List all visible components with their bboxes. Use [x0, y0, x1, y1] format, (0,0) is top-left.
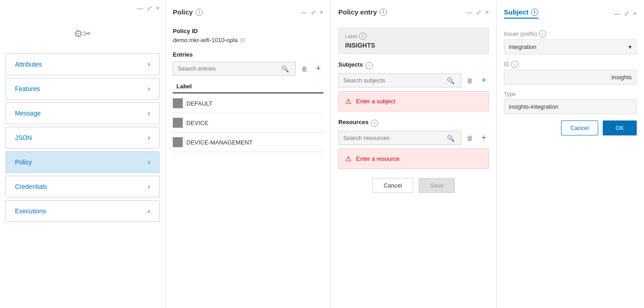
- expand-icon[interactable]: ⤢: [311, 9, 316, 16]
- id-prefix: [509, 74, 610, 81]
- sidebar-item-label: Policy: [15, 159, 32, 166]
- panel-2-body: Policy ID demo:mkr-wifi-1010-opla ⧉ Entr…: [166, 20, 331, 308]
- id-value-box: :insights: [504, 70, 637, 85]
- table-row[interactable]: DEVICE-MANAGEMENT: [173, 133, 323, 152]
- id-suffix: :insights: [610, 74, 632, 81]
- close-icon[interactable]: ×: [156, 5, 160, 12]
- panel-4-body: Issuer (prefix) i integration ▾ ID i :in…: [497, 23, 644, 308]
- search-subjects-input[interactable]: [342, 74, 443, 87]
- minimize-icon[interactable]: —: [466, 9, 473, 16]
- expand-icon[interactable]: ⤢: [624, 10, 629, 17]
- table-row[interactable]: DEFAULT: [173, 94, 323, 113]
- panel-2-title: Policy i: [173, 8, 203, 16]
- panel-3-controls: — ⤢ ×: [466, 9, 489, 16]
- type-label: Type: [504, 91, 637, 97]
- issuer-value[interactable]: integration ▾: [504, 39, 637, 54]
- policy-info-icon[interactable]: i: [195, 9, 203, 16]
- panel-nav: — ⤢ × ⚙✂ Attributes › Features › Message…: [0, 0, 166, 308]
- arrow-right-icon: ›: [148, 183, 150, 191]
- subjects-error-box: ⚠ Enter a subject: [338, 91, 489, 111]
- delete-subject-button[interactable]: 🗑: [463, 74, 477, 87]
- entry-color-box: [173, 118, 183, 128]
- arrow-right-icon: ›: [148, 60, 150, 68]
- tools-icon: ⚙✂: [0, 28, 165, 40]
- minimize-icon[interactable]: —: [614, 10, 620, 17]
- label-info-icon[interactable]: i: [359, 33, 366, 40]
- panel-policy: Policy i — ⤢ × Policy ID demo:mkr-wifi-1…: [166, 0, 331, 308]
- subject-action-row: Cancel OK: [504, 120, 637, 135]
- delete-resource-button[interactable]: 🗑: [463, 132, 477, 144]
- id-field: ID i :insights: [504, 61, 637, 85]
- copy-icon[interactable]: ⧉: [240, 36, 245, 44]
- minimize-icon[interactable]: —: [137, 5, 143, 12]
- subjects-info-icon[interactable]: i: [366, 62, 373, 69]
- panel-policy-entry: Policy entry i — ⤢ × Label i INSIGHTS Su…: [331, 0, 497, 308]
- panel-2-header: Policy i — ⤢ ×: [166, 0, 331, 20]
- issuer-label: Issuer (prefix) i: [504, 30, 637, 38]
- entry-color-box: [173, 98, 183, 108]
- search-resources-input[interactable]: [342, 131, 443, 144]
- add-resource-button[interactable]: +: [478, 132, 489, 144]
- subject-info-icon[interactable]: i: [531, 9, 538, 16]
- arrow-right-icon: ›: [148, 207, 150, 215]
- subject-cancel-button[interactable]: Cancel: [561, 120, 598, 135]
- policy-id-label: Policy ID: [173, 28, 323, 34]
- delete-entry-button[interactable]: 🗑: [298, 63, 311, 75]
- minimize-icon[interactable]: —: [301, 9, 307, 16]
- subjects-header: Subjects i: [338, 61, 489, 70]
- id-info-icon[interactable]: i: [511, 61, 518, 68]
- add-entry-button[interactable]: +: [313, 63, 323, 74]
- issuer-info-icon[interactable]: i: [539, 30, 546, 38]
- expand-icon[interactable]: ⤢: [476, 9, 482, 16]
- entry-label: DEVICE-MANAGEMENT: [186, 139, 253, 146]
- policy-id-text: demo:mkr-wifi-1010-opla: [173, 37, 238, 43]
- sidebar-item-label: Features: [15, 85, 40, 92]
- search-entries-bar: 🔍: [173, 62, 296, 76]
- entry-label: DEVICE: [186, 120, 208, 126]
- sidebar-item-features[interactable]: Features ›: [5, 78, 160, 100]
- resources-error-box: ⚠ Enter a resource: [338, 149, 489, 169]
- resources-section: Resources i 🔍 🗑 + ⚠ Enter a resource: [338, 119, 489, 169]
- search-entries-input[interactable]: [176, 62, 278, 75]
- resources-info-icon[interactable]: i: [371, 120, 378, 127]
- close-icon[interactable]: ×: [633, 10, 637, 17]
- panel-subject: Subject i — ⤢ × Issuer (prefix) i integr…: [497, 0, 644, 308]
- resources-error-text: Enter a resource: [356, 155, 400, 162]
- panel-3-header: Policy entry i — ⤢ ×: [331, 0, 496, 20]
- search-resources-bar: 🔍: [338, 131, 461, 145]
- sidebar-item-credentials[interactable]: Credentials ›: [5, 176, 160, 197]
- search-subjects-icon[interactable]: 🔍: [443, 74, 458, 87]
- entries-col-label: Label: [173, 80, 323, 93]
- sidebar-item-label: Credentials: [15, 183, 47, 190]
- entry-label-value: INSIGHTS: [345, 42, 482, 49]
- sidebar-item-attributes[interactable]: Attributes ›: [5, 53, 160, 75]
- entry-cancel-button[interactable]: Cancel: [372, 178, 413, 193]
- close-icon[interactable]: ×: [320, 9, 323, 16]
- entries-label: Entries: [173, 51, 323, 58]
- policy-entry-title-text: Policy entry: [338, 8, 377, 16]
- chevron-down-icon: ▾: [629, 43, 632, 50]
- panel-1-controls: — ⤢ ×: [137, 5, 160, 12]
- panel-3-body: Label i INSIGHTS Subjects i 🔍 🗑 + ⚠ Ente…: [331, 20, 496, 308]
- sidebar-item-policy[interactable]: Policy ›: [5, 151, 160, 173]
- entry-save-button[interactable]: Save: [419, 178, 455, 193]
- subjects-label: Subjects: [338, 61, 363, 68]
- add-subject-button[interactable]: +: [478, 75, 489, 86]
- sidebar-item-executions[interactable]: Executions ›: [5, 200, 160, 222]
- sidebar-item-json[interactable]: JSON ›: [5, 127, 160, 149]
- entry-action-row: Cancel Save: [338, 178, 489, 193]
- table-row[interactable]: DEVICE: [173, 113, 323, 133]
- sidebar-item-label: Attributes: [15, 61, 42, 68]
- sidebar-item-message[interactable]: Message ›: [5, 102, 160, 124]
- expand-icon[interactable]: ⤢: [147, 5, 152, 12]
- entry-color-box: [173, 137, 183, 147]
- search-entries-icon[interactable]: 🔍: [278, 63, 293, 75]
- policy-id-value: demo:mkr-wifi-1010-opla ⧉: [173, 36, 323, 44]
- subject-ok-button[interactable]: OK: [603, 120, 637, 135]
- panel-1-header: — ⤢ ×: [0, 0, 165, 12]
- nav-list: Attributes › Features › Message › JSON ›…: [0, 51, 165, 225]
- search-resources-icon[interactable]: 🔍: [443, 132, 458, 144]
- close-icon[interactable]: ×: [485, 9, 489, 16]
- panel-4-header: Subject i — ⤢ ×: [497, 0, 644, 23]
- policy-entry-info-icon[interactable]: i: [380, 9, 387, 16]
